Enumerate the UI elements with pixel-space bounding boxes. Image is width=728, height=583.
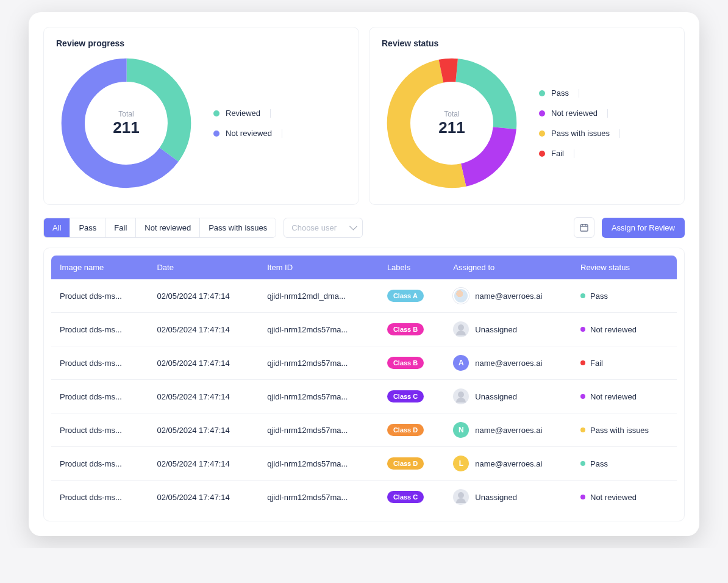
status-text: Pass <box>590 292 608 301</box>
cell-assignee: Unassigned <box>444 313 572 346</box>
legend-label: Reviewed <box>226 109 260 118</box>
column-header[interactable]: Assigned to <box>444 256 572 279</box>
column-header[interactable]: Image name <box>51 256 148 279</box>
status-text: Not reviewed <box>590 493 637 502</box>
cell-assignee: Unassigned <box>444 481 572 514</box>
status-tabs: AllPassFailNot reviewedPass with issues <box>43 218 276 238</box>
assignee-name: name@averroes.ai <box>475 459 542 468</box>
avatar <box>453 489 469 505</box>
cell-status: Pass <box>572 447 677 481</box>
assign-for-review-button[interactable]: Assign for Review <box>602 218 685 238</box>
cell-status: Pass <box>572 279 677 313</box>
status-text: Fail <box>590 359 603 368</box>
cell-date: 02/05/2024 17:47:14 <box>148 481 259 514</box>
svg-rect-6 <box>580 224 588 231</box>
table-row[interactable]: Product dds-ms...02/05/2024 17:47:14qjid… <box>51 447 677 481</box>
status-dot <box>580 327 585 332</box>
cell-assignee: name@averroes.ai <box>444 279 572 313</box>
tab-pass-with-issues[interactable]: Pass with issues <box>200 218 276 237</box>
legend-label: Fail <box>551 149 564 158</box>
legend-divider <box>574 149 574 158</box>
legend-label: Pass with issues <box>551 129 610 138</box>
legend-swatch <box>213 131 219 137</box>
cell-status: Not reviewed <box>572 481 677 514</box>
filter-row: AllPassFailNot reviewedPass with issues … <box>43 217 685 238</box>
legend-swatch <box>539 110 545 116</box>
assignee-name: name@averroes.ai <box>475 426 542 435</box>
cell-image-name: Product dds-ms... <box>51 380 148 413</box>
cell-image-name: Product dds-ms... <box>51 413 148 447</box>
assignee-name: Unassigned <box>475 325 517 334</box>
column-header[interactable]: Date <box>148 256 259 279</box>
cell-label: Class C <box>379 481 444 514</box>
legend-label: Not reviewed <box>551 109 598 118</box>
tab-fail[interactable]: Fail <box>105 218 136 237</box>
legend-item[interactable]: Fail <box>539 149 620 158</box>
card-title: Review status <box>382 38 672 48</box>
cell-label: Class C <box>379 380 444 413</box>
table-row[interactable]: Product dds-ms...02/05/2024 17:47:14qjid… <box>51 313 677 346</box>
column-header[interactable]: Review status <box>572 256 677 279</box>
table-row[interactable]: Product dds-ms...02/05/2024 17:47:14qjid… <box>51 279 677 313</box>
status-text: Not reviewed <box>590 392 637 401</box>
avatar <box>453 321 469 337</box>
legend-progress: Reviewed Not reviewed <box>213 109 282 138</box>
column-header[interactable]: Labels <box>379 256 444 279</box>
cell-image-name: Product dds-ms... <box>51 346 148 380</box>
label-chip: Class B <box>387 323 424 335</box>
cell-assignee: Nname@averroes.ai <box>444 413 572 447</box>
table-row[interactable]: Product dds-ms...02/05/2024 17:47:14qjid… <box>51 380 677 413</box>
donut-total-value: 211 <box>113 118 139 137</box>
label-chip: Class C <box>387 491 424 503</box>
label-chip: Class D <box>387 424 424 436</box>
cell-assignee: Aname@averroes.ai <box>444 346 572 380</box>
table-row[interactable]: Product dds-ms...02/05/2024 17:47:14qjid… <box>51 413 677 447</box>
status-text: Pass <box>590 459 608 468</box>
tab-all[interactable]: All <box>44 218 70 237</box>
table-row[interactable]: Product dds-ms...02/05/2024 17:47:14qjid… <box>51 481 677 514</box>
legend-item[interactable]: Not reviewed <box>539 109 620 118</box>
cell-image-name: Product dds-ms... <box>51 279 148 313</box>
select-placeholder: Choose user <box>291 223 337 232</box>
tab-not-reviewed[interactable]: Not reviewed <box>136 218 200 237</box>
cell-item-id: qjidl-nrm12mds57ma... <box>259 313 379 346</box>
avatar: A <box>453 355 469 371</box>
legend-item[interactable]: Reviewed <box>213 109 282 118</box>
cell-assignee: Unassigned <box>444 380 572 413</box>
legend-label: Not reviewed <box>226 129 272 138</box>
cell-date: 02/05/2024 17:47:14 <box>148 346 259 380</box>
legend-item[interactable]: Not reviewed <box>213 129 282 138</box>
cell-date: 02/05/2024 17:47:14 <box>148 279 259 313</box>
legend-swatch <box>539 151 545 157</box>
cell-item-id: qjidl-nrm12mds57ma... <box>259 447 379 481</box>
assignee-name: Unassigned <box>475 392 517 401</box>
avatar: L <box>453 456 469 471</box>
label-chip: Class C <box>387 390 424 402</box>
assignee-name: Unassigned <box>475 493 517 502</box>
table-row[interactable]: Product dds-ms...02/05/2024 17:47:14qjid… <box>51 346 677 380</box>
cell-item-id: qjidl-nrm12mds57ma... <box>259 481 379 514</box>
cell-date: 02/05/2024 17:47:14 <box>148 380 259 413</box>
charts-row: Review progress Total 211 Reviewed Not r… <box>43 27 685 205</box>
calendar-button[interactable] <box>574 217 594 238</box>
review-status-card: Review status Total 211 Pass Not reviewe… <box>369 27 685 205</box>
donut-chart-progress: Total 211 <box>56 53 196 193</box>
review-progress-card: Review progress Total 211 Reviewed Not r… <box>43 27 359 205</box>
legend-item[interactable]: Pass with issues <box>539 129 620 138</box>
legend-label: Pass <box>551 88 569 98</box>
status-dot <box>580 427 585 432</box>
status-dot <box>580 495 585 499</box>
cell-image-name: Product dds-ms... <box>51 481 148 514</box>
cell-status: Pass with issues <box>572 413 677 447</box>
avatar <box>453 388 469 404</box>
card-title: Review progress <box>56 38 346 48</box>
choose-user-select[interactable]: Choose user <box>284 218 363 238</box>
legend-swatch <box>539 131 545 137</box>
column-header[interactable]: Item ID <box>259 256 379 279</box>
legend-swatch <box>539 90 545 96</box>
label-chip: Class A <box>387 290 424 302</box>
app-window: Review progress Total 211 Reviewed Not r… <box>29 12 699 536</box>
avatar <box>453 288 469 304</box>
legend-item[interactable]: Pass <box>539 88 620 98</box>
tab-pass[interactable]: Pass <box>70 218 105 237</box>
